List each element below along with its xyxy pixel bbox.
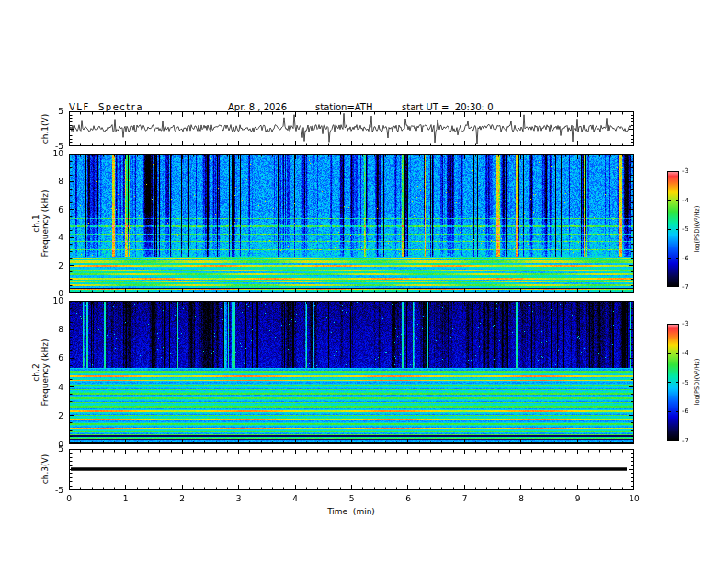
ch1-spectrogram-y-axis-title: ch.1 Frequency (kHz) (31, 190, 50, 257)
ch1-axis-title-line2: Frequency (kHz) (40, 190, 50, 257)
x-tick-label: 10 (629, 494, 639, 503)
ch3-waveform-panel (69, 449, 634, 490)
vlf-spectra-figure: VLF Spectra Apr. 8 , 2026 station=ATH st… (0, 0, 728, 563)
ch1-waveform-ytick-label: 5 (58, 107, 63, 116)
colorbar-1-tick-label: -4 (682, 197, 688, 204)
ch2-spectrogram-panel (69, 301, 634, 444)
colorbar-2-canvas (667, 324, 679, 441)
colorbar-1-tick-label: -7 (682, 283, 688, 291)
ch3-waveform-ytick-label: -5 (55, 486, 63, 495)
ch1-spectrogram-ytick-label: 0 (58, 289, 63, 298)
colorbar-1-tick-label: -5 (682, 225, 688, 233)
ch1-waveform-ytick-label: -5 (55, 142, 63, 151)
ch2-spectrogram-ytick-label: 4 (58, 383, 63, 392)
ch1-waveform-canvas (69, 111, 634, 146)
colorbar-2-tick-label: -5 (682, 379, 688, 386)
ch1-spectrogram-ytick-label: 6 (58, 205, 63, 214)
x-axis-title: Time (min) (327, 507, 375, 516)
ch1-spectrogram-ytick-label: 8 (58, 177, 63, 186)
ch1-spectrogram-ytick-label: 10 (53, 149, 63, 158)
ch2-spectrogram-ytick-label: 10 (53, 296, 63, 305)
x-tick-label: 1 (123, 494, 129, 503)
colorbar-2-tick-label: -7 (682, 437, 688, 444)
colorbar-2-tick-label: -4 (682, 350, 688, 357)
colorbar-1-title: log(PSD)(V²/Hz) (692, 206, 701, 253)
ch2-spectrogram-ytick-label: 0 (58, 440, 63, 449)
ch2-spectrogram-canvas (69, 301, 634, 444)
x-tick-label: 2 (179, 494, 185, 503)
colorbar-2-tick-label: -6 (682, 408, 688, 415)
x-tick-label: 6 (405, 494, 411, 503)
ch1-waveform-y-axis-title: ch.1(V) (40, 114, 50, 144)
ch2-spectrogram-ytick-label: 2 (58, 411, 63, 420)
ch1-spectrogram-canvas (69, 154, 634, 293)
x-tick-label: 8 (518, 494, 524, 503)
ch2-spectrogram-ytick-label: 6 (58, 353, 63, 362)
ch2-spectrogram-y-axis-title: ch.2 Frequency (kHz) (31, 339, 50, 406)
x-tick-label: 7 (462, 494, 468, 503)
colorbar-2-tick-label: -3 (682, 320, 688, 327)
ch1-spectrogram-panel (69, 154, 634, 293)
ch3-waveform-canvas (69, 449, 634, 490)
ch1-spectrogram-ytick-label: 4 (58, 233, 63, 242)
ch3-waveform-ytick-label: 5 (58, 444, 63, 454)
x-tick-label: 3 (236, 494, 242, 503)
colorbar-1-tick-label: -6 (682, 255, 688, 262)
ch2-axis-title-line1: ch.2 (31, 339, 40, 406)
ch1-axis-title-line1: ch.1 (31, 190, 40, 257)
ch3-waveform-y-axis-title: ch.3(V) (40, 454, 50, 484)
colorbar-1-tick-label: -3 (682, 167, 688, 175)
ch2-axis-title-line2: Frequency (kHz) (40, 339, 50, 406)
ch1-waveform-panel (69, 111, 634, 146)
x-tick-label: 9 (575, 494, 581, 503)
colorbar-1-canvas (667, 171, 679, 287)
colorbar-2 (667, 324, 679, 441)
x-tick-label: 0 (66, 494, 72, 503)
colorbar-2-title: log(PSD)(V²/Hz) (692, 359, 701, 406)
ch1-spectrogram-ytick-label: 2 (58, 261, 63, 270)
colorbar-1 (667, 171, 679, 287)
x-tick-label: 4 (292, 494, 298, 503)
x-tick-label: 5 (349, 494, 355, 503)
ch2-spectrogram-ytick-label: 8 (58, 325, 63, 334)
